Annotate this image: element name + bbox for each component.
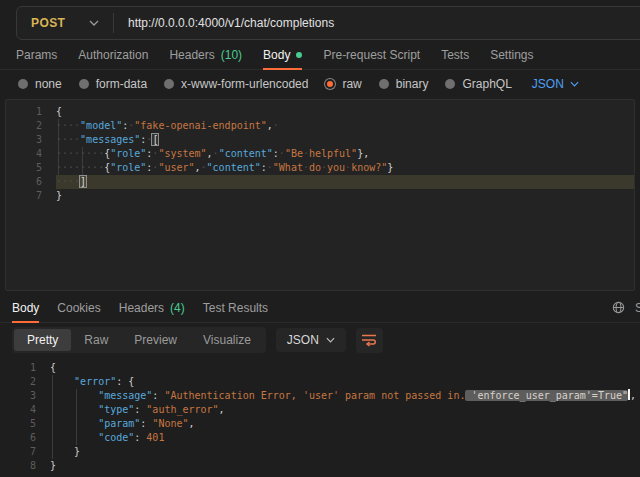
word-wrap-icon	[361, 333, 377, 347]
word-wrap-button[interactable]	[356, 328, 383, 353]
code-line: 5 "param": "None",	[6, 417, 640, 431]
tab-settings[interactable]: Settings	[490, 40, 533, 69]
chevron-down-icon	[570, 81, 579, 87]
radio-icon	[445, 79, 455, 89]
mode-none[interactable]: none	[18, 77, 62, 91]
code-line: 5········{"role":·"user",·"content":·"Wh…	[12, 161, 634, 175]
code-line: 7}	[12, 189, 634, 203]
radio-icon	[79, 79, 89, 89]
request-language-select[interactable]: JSON	[532, 77, 579, 91]
code-line: 4········{"role":·"system",·"content":·"…	[12, 147, 634, 161]
chevron-down-icon	[326, 337, 335, 343]
code-line: 6····]	[12, 175, 634, 189]
mode-binary[interactable]: binary	[379, 77, 429, 91]
response-body-editor[interactable]: 1{2 "error": {3 "message": "Authenticati…	[0, 357, 640, 475]
tab-params[interactable]: Params	[16, 40, 57, 69]
status-text-clipped: S	[635, 301, 640, 315]
code-line: 3 "message": "Authentication Error, 'use…	[6, 389, 640, 403]
body-mode-row: none form-data x-www-form-urlencoded raw…	[0, 70, 640, 98]
method-label: POST	[31, 16, 65, 30]
request-body-editor[interactable]: 1{2····"model":·"fake-openai-endpoint",·…	[5, 99, 635, 291]
response-tab-cookies[interactable]: Cookies	[57, 293, 100, 322]
line-number: 8	[6, 459, 36, 473]
line-number: 1	[6, 361, 36, 375]
line-number: 3	[6, 389, 36, 403]
view-visualize[interactable]: Visualize	[190, 329, 264, 351]
code-line: 3····"messages":·[	[12, 133, 634, 147]
code-line: 7 }	[6, 445, 640, 459]
tab-headers[interactable]: Headers(10)	[169, 40, 242, 69]
code-line: 2 "error": {	[6, 375, 640, 389]
request-tabs: Params Authorization Headers(10) Body Pr…	[0, 40, 640, 70]
view-pretty[interactable]: Pretty	[14, 329, 71, 351]
line-number: 3	[12, 133, 42, 147]
line-number: 7	[6, 445, 36, 459]
code-line: 1{	[12, 105, 634, 119]
tab-tests[interactable]: Tests	[441, 40, 469, 69]
response-tabs: Body Cookies Headers(4) Test Results S	[0, 293, 640, 323]
response-headers-count-badge: (4)	[170, 301, 185, 315]
postman-app: { "colors": { "accent_orange": "#ff6c37"…	[0, 0, 640, 477]
tab-pre-request-script[interactable]: Pre-request Script	[323, 40, 420, 69]
line-number: 4	[6, 403, 36, 417]
line-number: 2	[12, 119, 42, 133]
method-select[interactable]: POST	[17, 7, 113, 39]
code-line: 2····"model":·"fake-openai-endpoint",·	[12, 119, 634, 133]
view-raw[interactable]: Raw	[71, 329, 121, 351]
url-bar: POST http://0.0.0.0:4000/v1/chat/complet…	[16, 6, 640, 40]
tab-body[interactable]: Body	[263, 40, 302, 69]
line-number: 6	[6, 431, 36, 445]
selected-text: 'enforce_user_param'=True"	[465, 390, 628, 401]
response-tab-body[interactable]: Body	[12, 293, 39, 322]
code-line: 4 "type": "auth_error",	[6, 403, 640, 417]
line-number: 2	[6, 375, 36, 389]
response-tab-test-results[interactable]: Test Results	[203, 293, 268, 322]
radio-icon	[18, 79, 28, 89]
chevron-down-icon	[89, 20, 99, 26]
mode-raw[interactable]: raw	[325, 77, 361, 91]
view-preview[interactable]: Preview	[121, 329, 190, 351]
mode-x-www-form-urlencoded[interactable]: x-www-form-urlencoded	[164, 77, 308, 91]
mode-graphql[interactable]: GraphQL	[445, 77, 511, 91]
response-toolbar: Pretty Raw Preview Visualize JSON	[0, 323, 640, 357]
response-language-select[interactable]: JSON	[276, 328, 346, 352]
code-line: 6 "code": 401	[6, 431, 640, 445]
headers-count-badge: (10)	[221, 48, 242, 62]
body-modified-dot-icon	[296, 52, 302, 58]
mode-form-data[interactable]: form-data	[79, 77, 147, 91]
code-line: 8}	[6, 459, 640, 473]
radio-selected-icon	[325, 79, 335, 89]
radio-icon	[164, 79, 174, 89]
line-number: 4	[12, 147, 42, 161]
url-input[interactable]: http://0.0.0.0:4000/v1/chat/completions	[114, 16, 640, 30]
globe-icon[interactable]	[612, 301, 625, 314]
line-number: 5	[6, 417, 36, 431]
response-tab-headers[interactable]: Headers(4)	[119, 293, 185, 322]
line-number: 7	[12, 189, 42, 203]
response-header-right: S	[612, 293, 640, 322]
view-switcher: Pretty Raw Preview Visualize	[12, 327, 266, 353]
radio-icon	[379, 79, 389, 89]
line-number: 6	[12, 175, 42, 189]
line-number: 5	[12, 161, 42, 175]
tab-authorization[interactable]: Authorization	[78, 40, 148, 69]
line-number: 1	[12, 105, 42, 119]
code-line: 1{	[6, 361, 640, 375]
